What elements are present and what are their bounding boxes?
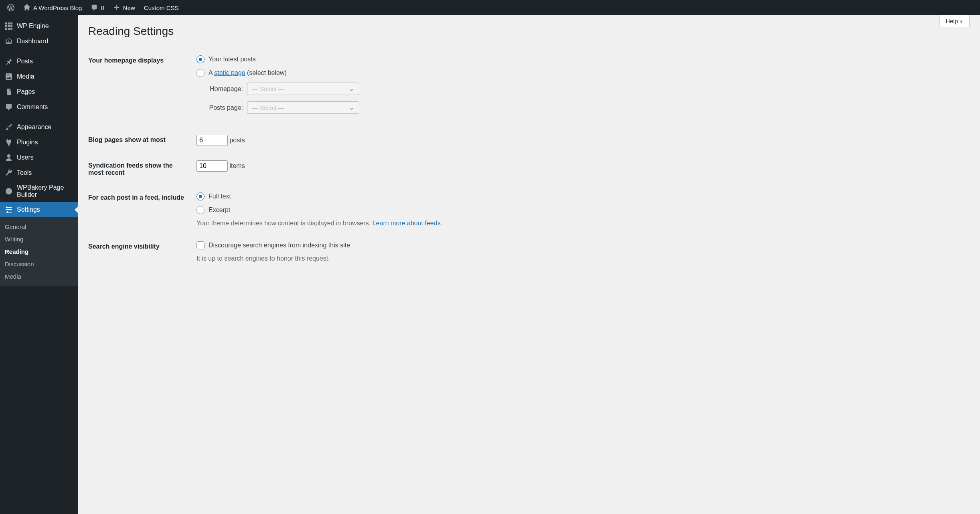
feed-description: Your theme determines how content is dis… xyxy=(196,220,966,227)
radio-full-text[interactable] xyxy=(196,192,205,200)
content-area: Help Reading Settings Your homepage disp… xyxy=(78,15,980,275)
svg-rect-8 xyxy=(10,28,12,30)
label-blog-pages: Blog pages show at most xyxy=(88,127,192,153)
posts-page-select-label: Posts page: xyxy=(207,104,243,111)
svg-rect-3 xyxy=(5,25,7,27)
new-content-link[interactable]: New xyxy=(109,0,139,15)
sidebar-item-settings[interactable]: Settings xyxy=(0,202,78,217)
wrench-icon xyxy=(5,169,13,177)
posts-page-select[interactable]: — Select — xyxy=(247,101,359,114)
svg-rect-2 xyxy=(10,22,12,24)
submenu-discussion[interactable]: Discussion xyxy=(0,258,78,270)
settings-form: Your homepage displays Your latest posts… xyxy=(88,48,970,269)
static-page-link[interactable]: static page xyxy=(214,69,245,76)
brush-icon xyxy=(5,123,13,131)
plus-icon xyxy=(113,4,120,11)
checkbox-discourage-search-label: Discourage search engines from indexing … xyxy=(209,242,350,249)
svg-rect-1 xyxy=(8,22,10,24)
page-icon xyxy=(5,88,13,96)
dashboard-icon xyxy=(5,37,13,45)
plug-icon xyxy=(5,138,13,146)
pin-icon xyxy=(5,57,13,65)
sidebar-item-dashboard[interactable]: Dashboard xyxy=(0,34,78,49)
svg-point-9 xyxy=(6,188,12,194)
comments-count: 0 xyxy=(101,4,104,11)
label-search-visibility: Search engine visibility xyxy=(88,234,192,269)
radio-excerpt-label: Excerpt xyxy=(209,206,230,214)
site-name-label: A WordPress Blog xyxy=(33,4,82,11)
svg-rect-4 xyxy=(8,25,10,27)
home-icon xyxy=(23,4,30,11)
homepage-select[interactable]: — Select — xyxy=(247,83,359,95)
svg-rect-0 xyxy=(5,22,7,24)
search-visibility-description: It is up to search engines to honor this… xyxy=(196,255,966,262)
wp-logo[interactable] xyxy=(3,0,18,15)
sidebar-item-wpbakery[interactable]: WPBakery Page Builder xyxy=(0,180,78,202)
help-tab[interactable]: Help xyxy=(940,15,970,27)
comment-icon xyxy=(91,4,98,11)
comment-icon xyxy=(5,103,13,111)
page-title: Reading Settings xyxy=(88,25,970,38)
svg-rect-5 xyxy=(10,25,12,27)
submenu-media[interactable]: Media xyxy=(0,270,78,275)
sidebar-item-users[interactable]: Users xyxy=(0,150,78,165)
radio-static-page-label: A static page (select below) xyxy=(209,69,287,77)
svg-rect-7 xyxy=(8,28,10,30)
radio-latest-posts-label: Your latest posts xyxy=(209,56,256,63)
posts-per-rss-unit: items xyxy=(229,162,245,169)
posts-per-page-input[interactable] xyxy=(196,135,228,146)
homepage-select-label: Homepage: xyxy=(207,85,243,93)
sliders-icon xyxy=(5,206,13,214)
label-feed-include: For each post in a feed, include xyxy=(88,185,192,234)
checkbox-discourage-search[interactable] xyxy=(196,241,205,249)
sidebar-item-wpengine[interactable]: WP Engine xyxy=(0,18,78,34)
sidebar-item-plugins[interactable]: Plugins xyxy=(0,135,78,150)
radio-full-text-label: Full text xyxy=(209,193,231,200)
admin-toolbar: A WordPress Blog 0 New Custom CSS xyxy=(0,0,980,15)
site-name-link[interactable]: A WordPress Blog xyxy=(19,0,86,15)
custom-css-link[interactable]: Custom CSS xyxy=(140,0,183,15)
user-icon xyxy=(5,154,13,162)
admin-sidebar: WP Engine Dashboard Posts Media Pages Co… xyxy=(0,15,78,275)
posts-per-page-unit: posts xyxy=(229,137,245,144)
wpbakery-icon xyxy=(5,187,13,195)
wordpress-icon xyxy=(7,4,14,11)
submenu-general[interactable]: General xyxy=(0,221,78,233)
label-homepage-displays: Your homepage displays xyxy=(88,48,192,127)
sidebar-item-comments[interactable]: Comments xyxy=(0,99,78,115)
sidebar-item-posts[interactable]: Posts xyxy=(0,54,78,69)
settings-submenu: General Writing Reading Discussion Media xyxy=(0,217,78,275)
posts-per-rss-input[interactable] xyxy=(196,160,228,172)
label-syndication: Syndication feeds show the most recent xyxy=(88,153,192,185)
submenu-reading[interactable]: Reading xyxy=(0,245,78,258)
radio-static-page[interactable] xyxy=(196,69,205,77)
submenu-writing[interactable]: Writing xyxy=(0,233,78,245)
new-label: New xyxy=(123,4,135,11)
learn-more-feeds-link[interactable]: Learn more about feeds xyxy=(373,220,441,227)
sidebar-item-tools[interactable]: Tools xyxy=(0,165,78,180)
wpengine-icon xyxy=(5,22,13,30)
radio-excerpt[interactable] xyxy=(196,206,205,214)
svg-rect-6 xyxy=(5,28,7,30)
sidebar-item-pages[interactable]: Pages xyxy=(0,84,78,99)
comments-link[interactable]: 0 xyxy=(87,0,108,15)
radio-latest-posts[interactable] xyxy=(196,55,205,63)
sidebar-item-appearance[interactable]: Appearance xyxy=(0,119,78,135)
media-icon xyxy=(5,73,13,81)
sidebar-item-media[interactable]: Media xyxy=(0,69,78,84)
